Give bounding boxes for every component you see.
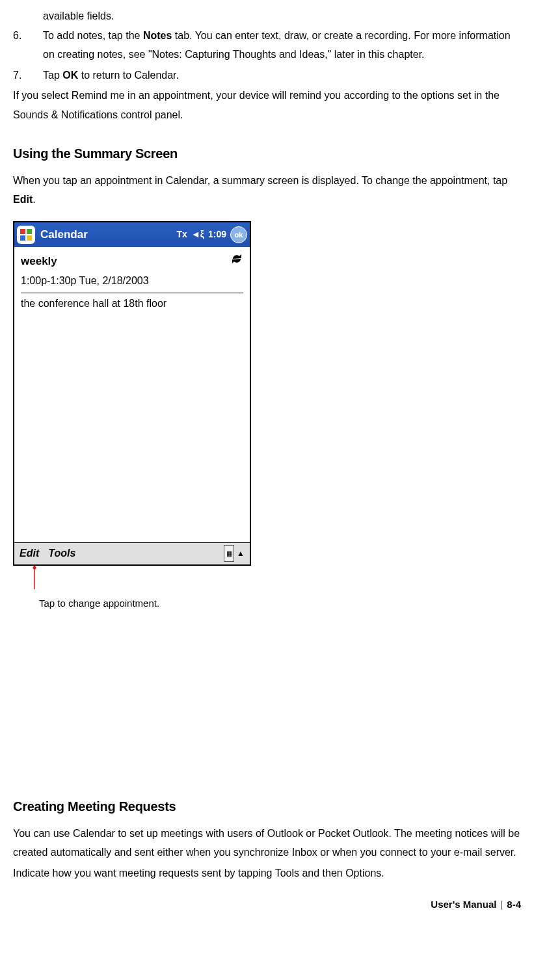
menubar: Edit Tools ▦ ▲: [14, 542, 250, 564]
item6-pre: To add notes, tap the: [43, 30, 143, 41]
calendar-screenshot: Calendar Tx ◄ξ 1:09 ok weekly 1:00p-1:30…: [13, 221, 251, 566]
item7-body: Tap OK to return to Calendar.: [43, 66, 521, 85]
section1-post: .: [33, 194, 35, 205]
section1-body: When you tap an appointment in Calendar,…: [13, 171, 521, 209]
item6-body: To add notes, tap the Notes tab. You can…: [43, 26, 521, 64]
section2-para1: You can use Calendar to set up meetings …: [13, 824, 521, 862]
remind-text: If you select Remind me in an appointmen…: [13, 90, 500, 120]
appointment-content: weekly 1:00p-1:30p Tue, 2/18/2003 the co…: [14, 247, 250, 542]
start-icon[interactable]: [17, 226, 35, 244]
item6-number: 6.: [13, 26, 43, 64]
callout-label: Tap to change appointment.: [39, 594, 521, 613]
section2-para2: Indicate how you want meeting requests s…: [13, 864, 521, 883]
svg-rect-0: [20, 229, 25, 234]
menu-tools[interactable]: Tools: [48, 544, 75, 563]
signal-icon[interactable]: Tx: [177, 226, 187, 243]
app-title[interactable]: Calendar: [40, 224, 177, 245]
menu-right: ▦ ▲: [224, 545, 245, 562]
footer-manual: User's Manual: [431, 899, 496, 910]
svg-rect-2: [20, 235, 25, 241]
item6-bold: Notes: [143, 30, 172, 41]
clock-time[interactable]: 1:09: [208, 226, 226, 243]
status-icons: Tx ◄ξ 1:09: [177, 226, 226, 243]
svg-rect-3: [27, 235, 32, 241]
menu-edit[interactable]: Edit: [20, 544, 39, 563]
footer-separator: |: [500, 899, 503, 910]
list-item-7: 7. Tap OK to return to Calendar.: [13, 66, 521, 85]
section1-bold: Edit: [13, 194, 33, 205]
sip-arrow-icon[interactable]: ▲: [237, 546, 245, 561]
subject-row: weekly: [21, 252, 243, 271]
item7-number: 7.: [13, 66, 43, 85]
item7-bold: OK: [62, 70, 78, 81]
list-item-6: 6. To add notes, tap the Notes tab. You …: [13, 26, 521, 64]
subject-text: weekly: [21, 253, 57, 270]
ok-label: ok: [235, 228, 243, 241]
location-text: the conference hall at 18th floor: [21, 296, 243, 311]
footer-page: 8-4: [507, 899, 521, 910]
keyboard-icon[interactable]: ▦: [224, 545, 234, 562]
item7-pre: Tap: [43, 70, 62, 81]
heading-meeting-requests: Creating Meeting Requests: [13, 795, 521, 819]
svg-rect-1: [27, 229, 32, 234]
section1-pre: When you tap an appointment in Calendar,…: [13, 175, 507, 186]
remind-paragraph: If you select Remind me in an appointmen…: [13, 86, 521, 124]
menu-left: Edit Tools: [20, 544, 75, 563]
page-footer: User's Manual|8-4: [13, 895, 521, 914]
item7-post: to return to Calendar.: [78, 70, 179, 81]
callout-pointer: [31, 566, 521, 589]
speaker-icon[interactable]: ◄ξ: [191, 226, 204, 243]
divider: [21, 293, 243, 293]
ok-button[interactable]: ok: [230, 226, 247, 243]
datetime-text: 1:00p-1:30p Tue, 2/18/2003: [21, 273, 243, 289]
titlebar: Calendar Tx ◄ξ 1:09 ok: [14, 222, 250, 247]
svg-point-5: [33, 566, 36, 569]
intro-fragment: available fields.: [43, 7, 521, 26]
spacer: [13, 613, 521, 795]
heading-using-summary: Using the Summary Screen: [13, 142, 521, 166]
intro-text: available fields.: [43, 10, 114, 21]
recurrence-icon: [230, 252, 243, 271]
